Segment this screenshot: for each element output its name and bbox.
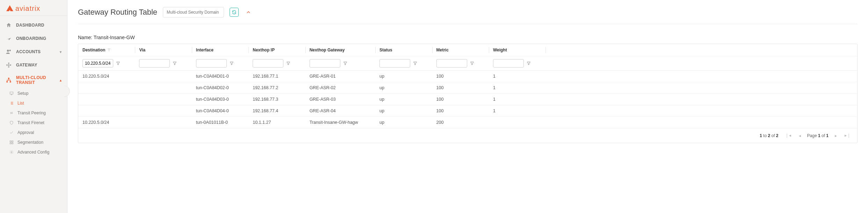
refresh-button[interactable]	[230, 8, 239, 17]
cell-metric: 100	[432, 82, 489, 94]
pager-last-button[interactable]: ▸｜	[843, 132, 852, 139]
filter-nexthop-ip-input[interactable]	[253, 59, 283, 68]
cell-destination	[78, 94, 135, 105]
cell-weight: 1	[489, 71, 546, 82]
logo: aviatrix	[0, 0, 67, 16]
cell-nexthop_ip: 192.168.77.4	[248, 105, 305, 117]
cell-nexthop_gw: GRE-ASR-02	[305, 82, 375, 94]
security-domain-input[interactable]	[163, 7, 224, 17]
filter-icon[interactable]	[286, 61, 290, 65]
col-interface[interactable]: Interface	[192, 44, 248, 56]
svg-rect-3	[6, 81, 8, 82]
svg-point-10	[11, 152, 12, 153]
nav-multi-cloud-transit[interactable]: MULTI-CLOUD TRANSIT ▴	[0, 72, 67, 88]
table-header-row: Destination Via Interface Nexthop IP Nex…	[78, 44, 857, 56]
main-content: Gateway Routing Table Name: Transit-Insa…	[67, 0, 868, 213]
cell-interface: tun-0A01011B-0	[192, 117, 248, 128]
caret-up-icon: ▴	[60, 78, 62, 82]
grid-icon	[9, 140, 14, 145]
check-icon	[9, 130, 14, 135]
logo-text: aviatrix	[15, 5, 40, 13]
nav-onboarding[interactable]: ONBOARDING	[0, 32, 67, 45]
subnav-advanced-config[interactable]: Advanced Config	[0, 147, 67, 157]
cell-nexthop_gw: GRE-ASR-04	[305, 105, 375, 117]
col-weight[interactable]: Weight	[489, 44, 546, 56]
subnav: Setup List Transit Peering Transit Firen…	[0, 88, 67, 159]
cell-interface: tun-C0A84D03-0	[192, 94, 248, 105]
nav-accounts[interactable]: ACCOUNTS ▾	[0, 45, 67, 58]
col-status[interactable]: Status	[375, 44, 432, 56]
svg-rect-7	[12, 141, 13, 142]
caret-down-icon: ▾	[60, 50, 62, 54]
filter-icon[interactable]	[470, 61, 474, 65]
nav-gateway[interactable]: GATEWAY	[0, 58, 67, 72]
pager-range: 1 to 2 of 2	[760, 133, 778, 138]
pager-prev-button[interactable]: ◂	[797, 133, 802, 139]
filter-via-input[interactable]	[139, 59, 170, 68]
table-row[interactable]: 10.220.5.0/24tun-0A01011B-010.1.1.27Tran…	[78, 117, 857, 128]
filter-icon[interactable]	[116, 61, 120, 65]
col-nexthop-ip[interactable]: Nexthop IP	[248, 44, 305, 56]
chevron-up-icon	[246, 9, 251, 15]
svg-point-1	[9, 50, 11, 51]
table-row[interactable]: tun-C0A84D04-0192.168.77.4GRE-ASR-04up10…	[78, 105, 857, 117]
cell-status: up	[375, 82, 432, 94]
routing-table: Destination Via Interface Nexthop IP Nex…	[78, 44, 858, 143]
col-via[interactable]: Via	[135, 44, 191, 56]
table-body: 10.220.5.0/24tun-C0A84D01-0192.168.77.1G…	[78, 71, 857, 128]
cell-status: up	[375, 117, 432, 128]
refresh-icon	[232, 10, 237, 15]
filter-icon[interactable]	[343, 61, 347, 65]
move-icon	[6, 62, 12, 68]
pager-next-button[interactable]: ▸	[833, 133, 838, 139]
cell-weight: 1	[489, 82, 546, 94]
filter-icon[interactable]	[527, 61, 531, 65]
filter-icon[interactable]	[230, 61, 234, 65]
subnav-label: List	[17, 101, 24, 106]
subnav-segmentation[interactable]: Segmentation	[0, 137, 67, 147]
filter-icon[interactable]	[413, 61, 417, 65]
cell-destination: 10.220.5.0/24	[78, 71, 135, 82]
subnav-list[interactable]: List	[0, 98, 67, 108]
subnav-label: Segmentation	[17, 140, 43, 145]
subnav-setup[interactable]: Setup	[0, 88, 67, 98]
subnav-approval[interactable]: Approval	[0, 128, 67, 137]
page-header: Gateway Routing Table	[78, 7, 858, 24]
col-metric[interactable]: Metric	[432, 44, 489, 56]
pager-first-button[interactable]: ｜◂	[783, 132, 793, 139]
col-destination[interactable]: Destination	[78, 44, 135, 56]
home-icon	[6, 22, 12, 28]
nav-label: GATEWAY	[16, 63, 62, 68]
collapse-section-button[interactable]	[244, 8, 253, 16]
cell-metric: 100	[432, 94, 489, 105]
subnav-transit-firenet[interactable]: Transit Firenet	[0, 118, 67, 128]
table-row[interactable]: 10.220.5.0/24tun-C0A84D01-0192.168.77.1G…	[78, 71, 857, 82]
filter-destination-input[interactable]	[82, 59, 113, 68]
cell-nexthop_ip: 192.168.77.2	[248, 82, 305, 94]
subnav-label: Approval	[17, 130, 34, 135]
filter-weight-input[interactable]	[493, 59, 524, 68]
filter-row	[78, 56, 857, 71]
pager-page: Page 1 of 1	[807, 133, 829, 138]
filter-status-input[interactable]	[379, 59, 410, 68]
logo-icon	[6, 4, 14, 13]
plane-icon	[6, 35, 12, 42]
main-nav: DASHBOARD ONBOARDING ACCOUNTS ▾ GATEWAY …	[0, 16, 67, 162]
svg-point-0	[7, 50, 9, 52]
subnav-transit-peering[interactable]: Transit Peering	[0, 108, 67, 118]
cell-via	[135, 117, 191, 128]
table-row[interactable]: tun-C0A84D02-0192.168.77.2GRE-ASR-02up10…	[78, 82, 857, 94]
filter-icon[interactable]	[173, 61, 177, 65]
filter-metric-input[interactable]	[436, 59, 467, 68]
svg-rect-6	[10, 141, 12, 142]
filter-interface-input[interactable]	[196, 59, 227, 68]
sitemap-icon	[6, 77, 12, 83]
table-row[interactable]: tun-C0A84D03-0192.168.77.3GRE-ASR-03up10…	[78, 94, 857, 105]
svg-rect-4	[10, 81, 11, 82]
col-nexthop-gateway[interactable]: Nexthop Gateway	[305, 44, 375, 56]
cell-via	[135, 82, 191, 94]
nav-dashboard[interactable]: DASHBOARD	[0, 19, 67, 32]
gateway-name: Name: Transit-Insane-GW	[78, 35, 858, 40]
filter-nexthop-gw-input[interactable]	[310, 59, 340, 68]
cell-status: up	[375, 105, 432, 117]
